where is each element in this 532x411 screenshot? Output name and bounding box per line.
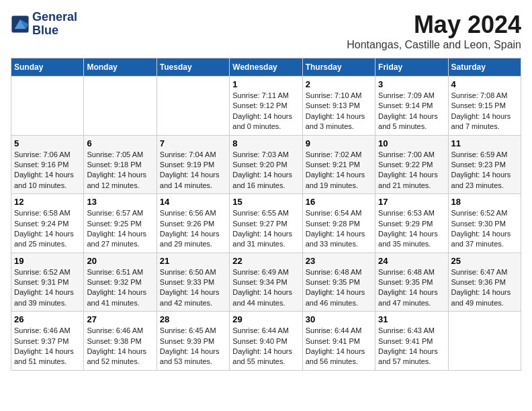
cell-info-line: Daylight: 14 hours and 16 minutes. — [232, 171, 292, 189]
cell-info-line: Sunset: 9:14 PM — [378, 101, 433, 109]
cell-info-line: Daylight: 14 hours and 56 minutes. — [306, 347, 365, 365]
cell-info-line: Daylight: 14 hours and 39 minutes. — [14, 288, 74, 306]
cell-info-line: Sunrise: 6:47 AM — [451, 268, 508, 276]
cell-info-line: Sunrise: 6:48 AM — [378, 268, 435, 276]
weekday-header-cell: Thursday — [302, 58, 375, 77]
day-number: 6 — [87, 138, 153, 148]
calendar-cell: 6Sunrise: 7:05 AMSunset: 9:18 PMDaylight… — [84, 135, 157, 194]
cell-info-line: Sunset: 9:13 PM — [306, 101, 360, 109]
cell-info-line: Sunrise: 6:45 AM — [160, 326, 216, 334]
cell-info-line: Sunset: 9:39 PM — [160, 337, 214, 345]
logo-icon — [11, 15, 30, 34]
cell-info-line: Sunrise: 7:10 AM — [306, 91, 362, 99]
cell-info: Sunrise: 6:52 AMSunset: 9:30 PMDaylight:… — [451, 208, 518, 250]
cell-info: Sunrise: 6:46 AMSunset: 9:38 PMDaylight:… — [87, 326, 153, 367]
cell-info-line: Daylight: 14 hours and 46 minutes. — [306, 288, 365, 306]
cell-info-line: Sunset: 9:22 PM — [378, 161, 433, 169]
day-number: 19 — [14, 256, 81, 266]
calendar-cell: 28Sunrise: 6:45 AMSunset: 9:39 PMDayligh… — [157, 312, 229, 371]
cell-info: Sunrise: 6:55 AMSunset: 9:27 PMDaylight:… — [232, 208, 299, 250]
cell-info-line: Sunset: 9:35 PM — [378, 278, 433, 286]
cell-info-line: Daylight: 14 hours and 44 minutes. — [232, 288, 292, 306]
cell-info: Sunrise: 7:00 AMSunset: 9:22 PMDaylight:… — [378, 150, 445, 191]
day-number: 16 — [306, 197, 372, 207]
cell-info-line: Daylight: 14 hours and 49 minutes. — [451, 288, 511, 306]
day-number: 29 — [232, 314, 299, 324]
cell-info-line: Sunset: 9:41 PM — [306, 337, 360, 345]
calendar-cell: 13Sunrise: 6:57 AMSunset: 9:25 PMDayligh… — [84, 194, 157, 253]
page-header: General Blue May 2024 Hontangas, Castill… — [11, 11, 521, 51]
calendar-cell: 24Sunrise: 6:48 AMSunset: 9:35 PMDayligh… — [375, 253, 448, 312]
weekday-header-cell: Monday — [84, 58, 157, 77]
cell-info-line: Daylight: 14 hours and 21 minutes. — [378, 171, 438, 189]
cell-info-line: Sunrise: 6:56 AM — [160, 209, 216, 217]
cell-info-line: Sunrise: 6:48 AM — [306, 268, 362, 276]
weekday-header-cell: Tuesday — [157, 58, 229, 77]
cell-info-line: Daylight: 14 hours and 3 minutes. — [306, 112, 365, 130]
calendar-cell: 21Sunrise: 6:50 AMSunset: 9:33 PMDayligh… — [157, 253, 229, 312]
cell-info: Sunrise: 6:56 AMSunset: 9:26 PMDaylight:… — [160, 208, 226, 250]
cell-info-line: Sunset: 9:40 PM — [232, 337, 287, 345]
calendar-body: 1Sunrise: 7:11 AMSunset: 9:12 PMDaylight… — [11, 77, 521, 371]
cell-info-line: Sunrise: 6:44 AM — [306, 326, 362, 334]
cell-info: Sunrise: 7:02 AMSunset: 9:21 PMDaylight:… — [306, 150, 372, 191]
cell-info-line: Daylight: 14 hours and 27 minutes. — [87, 230, 146, 248]
cell-info-line: Daylight: 14 hours and 12 minutes. — [87, 171, 146, 189]
calendar-week-row: 5Sunrise: 7:06 AMSunset: 9:16 PMDaylight… — [11, 135, 521, 194]
cell-info-line: Sunrise: 6:58 AM — [14, 209, 71, 217]
cell-info-line: Daylight: 14 hours and 57 minutes. — [378, 347, 438, 365]
calendar-cell: 26Sunrise: 6:46 AMSunset: 9:37 PMDayligh… — [11, 312, 84, 371]
cell-info: Sunrise: 7:06 AMSunset: 9:16 PMDaylight:… — [14, 150, 81, 191]
calendar-week-row: 26Sunrise: 6:46 AMSunset: 9:37 PMDayligh… — [11, 312, 521, 371]
cell-info-line: Sunrise: 7:09 AM — [378, 91, 435, 99]
day-number: 7 — [160, 138, 226, 148]
day-number: 14 — [160, 197, 226, 207]
cell-info-line: Sunset: 9:32 PM — [87, 278, 141, 286]
cell-info-line: Sunset: 9:28 PM — [306, 220, 360, 228]
cell-info-line: Sunrise: 6:49 AM — [232, 268, 289, 276]
cell-info: Sunrise: 6:43 AMSunset: 9:41 PMDaylight:… — [378, 326, 445, 367]
cell-info-line: Sunrise: 6:52 AM — [14, 268, 71, 276]
cell-info: Sunrise: 7:09 AMSunset: 9:14 PMDaylight:… — [378, 91, 445, 132]
cell-info-line: Sunset: 9:24 PM — [14, 220, 69, 228]
cell-info-line: Daylight: 14 hours and 47 minutes. — [378, 288, 438, 306]
cell-info-line: Sunrise: 7:05 AM — [87, 150, 143, 158]
cell-info-line: Sunset: 9:26 PM — [160, 220, 214, 228]
cell-info: Sunrise: 6:58 AMSunset: 9:24 PMDaylight:… — [14, 208, 81, 250]
cell-info-line: Daylight: 14 hours and 19 minutes. — [306, 171, 365, 189]
logo-text: General Blue — [32, 11, 77, 38]
calendar-cell — [11, 77, 84, 136]
cell-info: Sunrise: 7:10 AMSunset: 9:13 PMDaylight:… — [306, 91, 372, 132]
cell-info-line: Sunrise: 6:46 AM — [87, 326, 143, 334]
cell-info-line: Daylight: 14 hours and 14 minutes. — [160, 171, 220, 189]
calendar-cell: 7Sunrise: 7:04 AMSunset: 9:19 PMDaylight… — [157, 135, 229, 194]
cell-info-line: Sunset: 9:27 PM — [232, 220, 287, 228]
calendar-cell — [157, 77, 229, 136]
day-number: 20 — [87, 256, 153, 266]
cell-info: Sunrise: 6:49 AMSunset: 9:34 PMDaylight:… — [232, 267, 299, 309]
calendar-cell: 11Sunrise: 6:59 AMSunset: 9:23 PMDayligh… — [448, 135, 521, 194]
cell-info-line: Sunset: 9:33 PM — [160, 278, 214, 286]
logo: General Blue — [11, 11, 77, 38]
cell-info: Sunrise: 6:52 AMSunset: 9:31 PMDaylight:… — [14, 267, 81, 309]
cell-info-line: Daylight: 14 hours and 53 minutes. — [160, 347, 220, 365]
cell-info-line: Daylight: 14 hours and 0 minutes. — [232, 112, 292, 130]
weekday-header-cell: Friday — [375, 58, 448, 77]
day-number: 26 — [14, 314, 81, 324]
cell-info: Sunrise: 6:54 AMSunset: 9:28 PMDaylight:… — [306, 208, 372, 250]
cell-info-line: Sunrise: 6:54 AM — [306, 209, 362, 217]
day-number: 25 — [451, 256, 518, 266]
cell-info-line: Sunrise: 7:06 AM — [14, 150, 71, 158]
cell-info-line: Sunrise: 7:02 AM — [306, 150, 362, 158]
cell-info: Sunrise: 6:48 AMSunset: 9:35 PMDaylight:… — [378, 267, 445, 309]
calendar-cell: 16Sunrise: 6:54 AMSunset: 9:28 PMDayligh… — [302, 194, 375, 253]
calendar-cell — [448, 312, 521, 371]
day-number: 10 — [378, 138, 445, 148]
cell-info-line: Sunrise: 6:57 AM — [87, 209, 143, 217]
calendar-cell: 5Sunrise: 7:06 AMSunset: 9:16 PMDaylight… — [11, 135, 84, 194]
cell-info-line: Daylight: 14 hours and 55 minutes. — [232, 347, 292, 365]
calendar-cell: 31Sunrise: 6:43 AMSunset: 9:41 PMDayligh… — [375, 312, 448, 371]
cell-info-line: Sunset: 9:36 PM — [451, 278, 506, 286]
day-number: 23 — [306, 256, 372, 266]
cell-info-line: Sunset: 9:23 PM — [451, 161, 506, 169]
